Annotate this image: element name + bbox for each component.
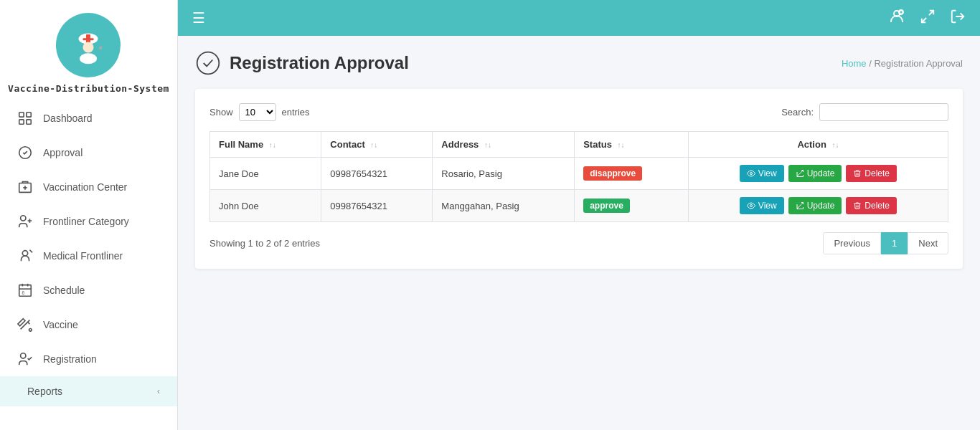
main-area: ☰ (178, 0, 980, 430)
svg-rect-8 (19, 113, 24, 117)
fullscreen-icon[interactable] (920, 9, 936, 28)
entries-label: entries (282, 107, 310, 118)
svg-rect-10 (19, 120, 24, 124)
sort-fullname-icon[interactable]: ↑↓ (269, 141, 276, 149)
sort-contact-icon[interactable]: ↑↓ (370, 141, 377, 149)
table-controls: Show 10 25 50 100 entries Search: (209, 103, 948, 121)
sort-status-icon[interactable]: ↑↓ (618, 141, 625, 149)
table-row: Jane Doe 09987654321 Rosario, Pasig disa… (210, 158, 948, 190)
search-row: Search: (781, 103, 948, 121)
sidebar-item-vaccination-center[interactable]: Vaccination Center (0, 170, 177, 204)
logout-icon[interactable] (950, 9, 966, 28)
sidebar-item-frontliner-category[interactable]: Frontliner Category (0, 204, 177, 239)
svg-line-27 (28, 322, 30, 324)
svg-point-28 (29, 329, 32, 332)
svg-line-38 (929, 10, 933, 14)
registration-approval-icon (195, 50, 221, 76)
delete-button[interactable]: Delete (846, 165, 897, 182)
cell-address: Rosario, Pasig (433, 158, 575, 190)
table-footer: Showing 1 to 2 of 2 entries Previous 1 N… (209, 232, 948, 254)
showing-info: Showing 1 to 2 of 2 entries (209, 238, 320, 249)
cell-address: Manggahan, Pasig (433, 190, 575, 222)
breadcrumb: Home / Registration Approval (842, 58, 963, 69)
update-button[interactable]: Update (788, 197, 842, 214)
sort-action-icon[interactable]: ↑↓ (831, 141, 839, 149)
search-input[interactable] (819, 103, 948, 121)
svg-rect-21 (19, 285, 32, 297)
cell-action: View Update Delete (688, 190, 948, 222)
view-button[interactable]: View (740, 165, 784, 182)
page-content: Registration Approval Home / Registratio… (178, 36, 980, 430)
svg-point-16 (21, 216, 26, 221)
sidebar-item-schedule-label: Schedule (43, 285, 85, 296)
page-header: Registration Approval Home / Registratio… (195, 50, 963, 76)
cell-status: disapprove (575, 158, 689, 190)
show-label: Show (209, 107, 233, 118)
sidebar-item-reports-label: Reports (27, 386, 62, 397)
sidebar-item-approval-label: Approval (43, 147, 83, 158)
page-title-row: Registration Approval (195, 50, 409, 76)
previous-button[interactable]: Previous (823, 232, 881, 254)
sidebar-logo: Vaccine-Distribution-System (8, 0, 169, 101)
svg-line-45 (797, 203, 804, 209)
update-button[interactable]: Update (788, 165, 842, 182)
svg-point-42 (750, 173, 752, 175)
cell-fullname: Jane Doe (210, 158, 321, 190)
user-settings-icon[interactable] (888, 8, 905, 29)
table-row: John Doe 09987654321 Manggahan, Pasig ap… (210, 190, 948, 222)
delete-button[interactable]: Delete (846, 197, 897, 214)
sidebar-item-medical-frontliner-label: Medical Frontliner (43, 250, 123, 262)
svg-rect-3 (83, 38, 94, 40)
logo-title: Vaccine-Distribution-System (8, 83, 169, 94)
breadcrumb-home[interactable]: Home (842, 58, 867, 69)
svg-text:6: 6 (22, 290, 24, 295)
hamburger-menu-icon[interactable]: ☰ (192, 9, 205, 27)
col-address: Address ↑↓ (433, 132, 575, 158)
sidebar-item-vaccine[interactable]: Vaccine (0, 307, 177, 342)
sidebar-item-vaccination-center-label: Vaccination Center (43, 181, 127, 193)
status-badge: approve (583, 199, 630, 213)
page-1-button[interactable]: 1 (881, 232, 908, 254)
svg-point-7 (99, 47, 103, 50)
sidebar-item-registration-label: Registration (43, 353, 97, 365)
svg-point-19 (22, 251, 27, 256)
topbar: ☰ (178, 0, 980, 36)
next-button[interactable]: Next (908, 232, 948, 254)
svg-rect-11 (27, 120, 31, 124)
page-title: Registration Approval (230, 53, 409, 73)
cell-contact: 09987654321 (321, 158, 433, 190)
table-body: Jane Doe 09987654321 Rosario, Pasig disa… (210, 158, 948, 222)
topbar-icons (888, 8, 966, 29)
svg-line-20 (29, 250, 32, 253)
search-label: Search: (781, 107, 814, 118)
svg-point-41 (197, 52, 220, 75)
sidebar-item-dashboard-label: Dashboard (43, 113, 93, 124)
show-entries: Show 10 25 50 100 entries (209, 103, 310, 121)
entries-select[interactable]: 10 25 50 100 (239, 103, 276, 121)
sidebar-item-approval[interactable]: Approval (0, 135, 177, 170)
sort-address-icon[interactable]: ↑↓ (484, 141, 491, 149)
view-button[interactable]: View (740, 197, 784, 214)
svg-point-4 (83, 42, 94, 53)
logo-icon (56, 13, 121, 77)
col-status: Status ↑↓ (575, 132, 689, 158)
sidebar-navigation: Dashboard Approval Vaccination Center Fr… (0, 101, 177, 430)
status-badge: disapprove (583, 166, 642, 181)
cell-status: approve (575, 190, 689, 222)
table-header-row: Full Name ↑↓ Contact ↑↓ Address ↑↓ Statu… (210, 132, 948, 158)
sidebar-item-medical-frontliner[interactable]: Medical Frontliner (0, 239, 177, 273)
data-table: Full Name ↑↓ Contact ↑↓ Address ↑↓ Statu… (209, 131, 948, 222)
sidebar-item-schedule[interactable]: 6 Schedule (0, 273, 177, 307)
cell-contact: 09987654321 (321, 190, 433, 222)
col-action: Action ↑↓ (688, 132, 948, 158)
sidebar: Vaccine-Distribution-System Dashboard Ap… (0, 0, 178, 430)
chevron-left-icon: ‹ (157, 386, 160, 396)
sidebar-item-reports[interactable]: Reports ‹ (0, 376, 177, 406)
sidebar-item-vaccine-label: Vaccine (43, 319, 78, 330)
sidebar-item-frontliner-category-label: Frontliner Category (43, 216, 129, 227)
main-card: Show 10 25 50 100 entries Search: (195, 89, 963, 269)
breadcrumb-current: Registration Approval (874, 58, 963, 69)
sidebar-item-registration[interactable]: Registration (0, 342, 177, 376)
svg-point-44 (750, 205, 752, 207)
sidebar-item-dashboard[interactable]: Dashboard (0, 101, 177, 135)
